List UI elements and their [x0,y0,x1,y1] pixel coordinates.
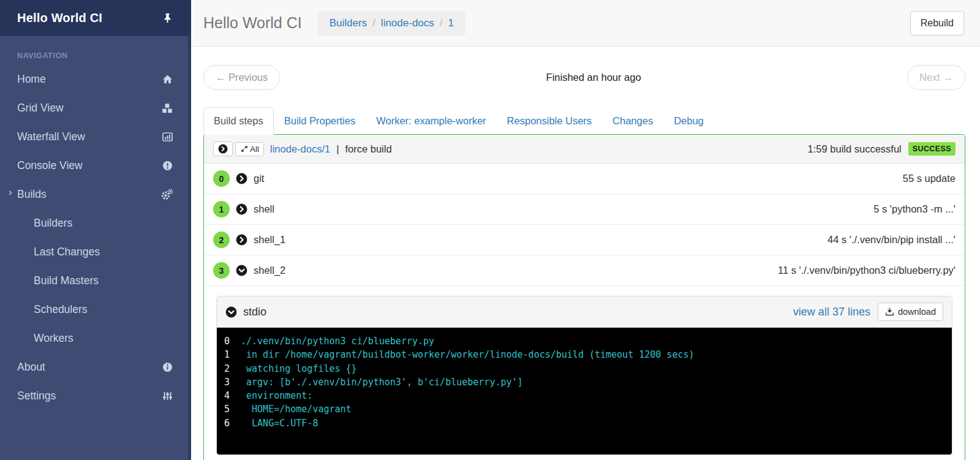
log-line: 5 HOME=/home/vagrant [224,402,944,416]
build-summary-panel: All linode-docs/1 | force build 1:59 bui… [203,134,965,460]
sidebar-item-label: Build Masters [34,274,99,287]
step-duration-detail: 44 s './.venv/bin/pip install ...' [827,234,956,246]
tab-debug[interactable]: Debug [663,107,714,135]
step-name: shell [254,203,274,215]
sidebar-item-workers[interactable]: Workers [0,324,191,353]
step-row-git[interactable]: 0 git 55 s update [204,164,965,194]
pin-icon[interactable] [162,13,173,23]
download-button[interactable]: download [878,303,943,321]
sidebar-item-console-view[interactable]: Console View [0,151,191,180]
step-number-badge: 1 [213,201,230,217]
log-line-number: 2 [224,362,241,375]
log-line-text: ./.venv/bin/python3 ci/blueberry.py [241,334,434,348]
log-line-text: HOME=/home/vagrant [241,402,352,416]
step-number-badge: 3 [213,262,230,279]
step-number-badge: 2 [213,232,230,248]
log-line-number: 4 [224,389,241,402]
page-title: Hello World CI [203,14,302,32]
log-line: 4 environment: [224,389,944,402]
step-duration-detail: 11 s './.venv/bin/python3 ci/blueberry.p… [778,265,956,276]
step-row-shell-2[interactable]: 3 shell_2 11 s './.venv/bin/python3 ci/b… [204,255,965,286]
log-line-text: watching logfiles {} [241,362,357,375]
sidebar-item-label: Builders [34,217,72,230]
sidebar-item-waterfall-view[interactable]: Waterfall View [0,123,191,151]
chevron-right-icon: › [9,186,12,198]
sidebar-item-label: Settings [17,390,56,402]
step-number-badge: 0 [213,170,230,187]
expand-all-button[interactable]: All [235,142,264,156]
previous-build-button[interactable]: ← Previous [203,65,280,90]
log-line-text: LANG=C.UTF-8 [241,417,318,430]
stdio-terminal[interactable]: 0./.venv/bin/python3 ci/blueberry.py 1 i… [217,328,952,454]
chevron-circle-right-icon [218,144,228,154]
rebuild-button[interactable]: Rebuild [910,11,964,36]
tab-changes[interactable]: Changes [602,107,663,135]
step-name: shell_2 [254,265,285,276]
build-result-area: 1:59 build successful SUCCESS [808,142,956,156]
sidebar-item-grid-view[interactable]: Grid View [0,94,191,123]
stdio-log-card: stdio view all 37 lines download [216,296,952,455]
build-number-link[interactable]: linode-docs/1 [270,143,330,155]
next-build-button[interactable]: Next → [907,65,965,90]
step-duration-detail: 5 s 'python3 -m ...' [873,203,956,215]
log-name: stdio [243,306,266,319]
chevron-circle-right-icon[interactable] [236,203,247,215]
expand-all-label: All [250,145,259,154]
home-icon [162,74,173,85]
tab-worker[interactable]: Worker: example-worker [366,107,496,135]
sidebar-item-last-changes[interactable]: Last Changes [0,238,191,266]
view-all-lines-link[interactable]: view all 37 lines [793,306,870,319]
sidebar-header: Hello World CI [0,0,191,36]
chevron-circle-down-icon[interactable] [236,265,247,276]
sidebar-item-home[interactable]: Home [0,65,191,94]
sidebar-item-label: Last Changes [34,246,100,258]
sidebar-builds-submenu: Builders Last Changes Build Masters Sche… [0,209,191,353]
sidebar-item-label: Grid View [17,102,64,115]
breadcrumb-build-link[interactable]: 1 [448,17,454,29]
app-window: Hello World CI NAVIGATION Home Grid View… [0,0,980,460]
build-finished-status: Finished an hour ago [280,72,907,83]
sidebar-item-label: Home [17,73,46,86]
build-page-content: ← Previous Finished an hour ago Next → B… [191,47,980,460]
tab-build-steps[interactable]: Build steps [203,107,274,135]
sidebar-nav: Home Grid View Waterfall View Console Vi… [0,65,191,410]
build-duration-status: 1:59 build successful [808,143,902,155]
sidebar-item-build-masters[interactable]: Build Masters [0,266,191,295]
status-badge: SUCCESS [908,142,956,156]
reason-separator: | [336,143,339,155]
step-duration-detail: 55 s update [903,173,956,184]
log-line-text: in dir /home/vagrant/buildbot-worker/wor… [241,348,695,361]
toggle-steps-button[interactable] [213,141,233,156]
breadcrumb-builder-link[interactable]: linode-docs [381,17,434,29]
log-line: 1 in dir /home/vagrant/buildbot-worker/w… [224,348,944,361]
step-row-shell[interactable]: 1 shell 5 s 'python3 -m ...' [204,194,965,225]
step-row-shell-1[interactable]: 2 shell_1 44 s './.venv/bin/pip install … [204,225,965,255]
sidebar-item-builders[interactable]: Builders [0,209,191,238]
breadcrumb: Builders / linode-docs / 1 [318,11,466,36]
sidebar-item-about[interactable]: About [0,353,191,382]
chevron-circle-right-icon[interactable] [236,234,247,246]
build-pager: ← Previous Finished an hour ago Next → [203,65,965,90]
build-tabs: Build steps Build Properties Worker: exa… [203,107,965,134]
sidebar-item-schedulers[interactable]: Schedulers [0,295,191,324]
sliders-icon [162,391,173,401]
step-expanded-area: stdio view all 37 lines download [204,286,965,460]
log-line: 0./.venv/bin/python3 ci/blueberry.py [224,334,944,348]
build-reason: force build [345,143,391,155]
sidebar-item-builds[interactable]: › Builds [0,180,191,209]
breadcrumb-separator: / [372,17,375,29]
step-name: git [254,173,264,184]
sidebar-item-label: Schedulers [34,303,88,316]
chevron-circle-down-icon[interactable] [225,306,237,318]
step-name: shell_1 [254,234,285,246]
build-summary-header: All linode-docs/1 | force build 1:59 bui… [204,135,965,164]
tab-build-properties[interactable]: Build Properties [274,107,366,135]
sidebar-item-label: About [17,361,45,374]
tab-responsible-users[interactable]: Responsible Users [497,107,602,135]
sidebar-item-settings[interactable]: Settings [0,382,191,410]
breadcrumb-builders-link[interactable]: Builders [330,17,367,29]
sidebar-app-title: Hello World CI [17,11,102,25]
cubes-icon [162,103,173,114]
chevron-circle-right-icon[interactable] [236,173,247,184]
sidebar-item-label: Console View [17,159,83,172]
